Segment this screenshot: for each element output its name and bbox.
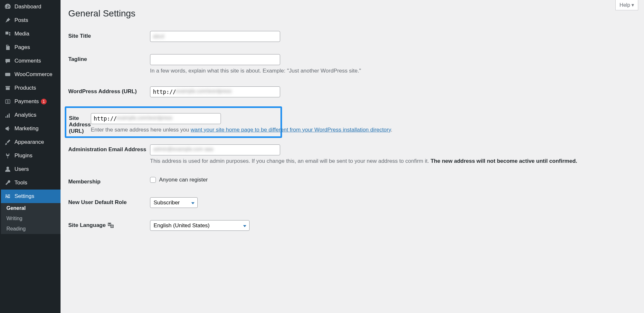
sidebar-label: Plugins xyxy=(14,152,33,159)
label-default-role: New User Default Role xyxy=(68,197,150,208)
main-content: Help General Settings Site Title abcd Ta… xyxy=(61,0,644,313)
sidebar-item-posts[interactable]: Posts xyxy=(1,14,61,27)
default-role-select[interactable]: Subscriber xyxy=(150,197,198,208)
membership-checkbox-label[interactable]: Anyone can register xyxy=(159,177,208,183)
sidebar-sub-reading[interactable]: Reading xyxy=(1,224,61,234)
row-site-title: Site Title abcd xyxy=(68,28,636,45)
pages-icon xyxy=(4,44,11,51)
label-site-title: Site Title xyxy=(68,31,150,42)
sidebar-item-pages[interactable]: Pages xyxy=(1,41,61,54)
brush-icon xyxy=(4,139,11,146)
row-membership: Membership Anyone can register xyxy=(68,173,636,188)
sidebar-label: Analytics xyxy=(14,112,36,118)
woocommerce-icon xyxy=(4,71,11,78)
sidebar-item-settings[interactable]: Settings xyxy=(1,190,61,203)
sidebar-label: WooCommerce xyxy=(14,71,52,78)
sidebar-label: Media xyxy=(14,31,29,37)
sidebar-label: Posts xyxy=(14,17,28,24)
page-title: General Settings xyxy=(68,8,636,19)
sidebar-label: Tools xyxy=(14,180,27,186)
row-tagline: Tagline In a few words, explain what thi… xyxy=(68,51,636,77)
tagline-description: In a few words, explain what this site i… xyxy=(150,68,636,74)
site-address-link[interactable]: want your site home page to be different… xyxy=(191,127,391,133)
admin-sidebar: Dashboard Posts Media Pages Comments Woo… xyxy=(0,0,61,313)
sidebar-label: Pages xyxy=(14,44,30,51)
label-tagline: Tagline xyxy=(68,54,150,74)
user-icon xyxy=(4,166,11,173)
help-label: Help xyxy=(620,2,630,8)
sidebar-item-marketing[interactable]: Marketing xyxy=(1,122,61,135)
archive-icon xyxy=(4,84,11,92)
sidebar-item-appearance[interactable]: Appearance xyxy=(1,135,61,149)
label-site-address: Site Address (URL) xyxy=(69,113,91,134)
sidebar-label: Comments xyxy=(14,58,41,64)
sidebar-label: Settings xyxy=(14,193,34,200)
comment-icon xyxy=(4,57,11,64)
label-admin-email: Administration Email Address xyxy=(68,144,150,164)
row-admin-email: Administration Email Address admin@examp… xyxy=(68,141,636,168)
label-site-language: Site Language xyxy=(68,220,150,231)
admin-email-description: This address is used for admin purposes.… xyxy=(150,158,636,164)
megaphone-icon xyxy=(4,125,11,132)
payments-badge: 1 xyxy=(41,99,47,104)
sidebar-label: Appearance xyxy=(14,139,44,145)
sidebar-label: Payments xyxy=(14,98,39,105)
sidebar-label: Products xyxy=(14,85,36,91)
pushpin-icon xyxy=(4,17,11,24)
site-address-description: Enter the same address here unless you w… xyxy=(91,127,392,133)
help-tab[interactable]: Help xyxy=(615,0,638,10)
sidebar-item-users[interactable]: Users xyxy=(1,162,61,176)
site-title-input[interactable] xyxy=(150,31,280,42)
sidebar-item-tools[interactable]: Tools xyxy=(1,176,61,190)
sidebar-item-comments[interactable]: Comments xyxy=(1,54,61,68)
sidebar-item-analytics[interactable]: Analytics xyxy=(1,108,61,122)
svg-text:$: $ xyxy=(7,100,9,103)
sidebar-sub-writing[interactable]: Writing xyxy=(1,213,61,224)
tagline-input[interactable] xyxy=(150,54,280,65)
sidebar-label: Users xyxy=(14,166,29,172)
label-membership: Membership xyxy=(68,177,150,185)
sidebar-item-media[interactable]: Media xyxy=(1,27,61,41)
svg-rect-0 xyxy=(5,73,10,76)
row-default-role: New User Default Role Subscriber xyxy=(68,194,636,211)
media-icon xyxy=(4,30,11,37)
chart-icon xyxy=(4,112,11,119)
sidebar-item-woocommerce[interactable]: WooCommerce xyxy=(1,68,61,81)
sidebar-sub-general[interactable]: General xyxy=(1,203,61,213)
wrench-icon xyxy=(4,179,11,186)
membership-checkbox[interactable] xyxy=(150,177,156,183)
sidebar-item-products[interactable]: Products xyxy=(1,81,61,95)
site-address-highlight: Site Address (URL) example.com/wordpress… xyxy=(65,106,282,138)
site-language-select[interactable]: English (United States) xyxy=(150,220,250,231)
label-wp-address: WordPress Address (URL) xyxy=(68,86,150,97)
translate-icon xyxy=(108,222,114,230)
gauge-icon xyxy=(4,3,11,10)
sliders-icon xyxy=(4,193,11,200)
sidebar-label: Marketing xyxy=(14,125,39,132)
sidebar-item-dashboard[interactable]: Dashboard xyxy=(1,0,61,14)
row-site-language: Site Language English (United States) xyxy=(68,217,636,234)
svg-point-3 xyxy=(6,167,9,169)
sidebar-item-payments[interactable]: $ Payments 1 xyxy=(1,95,61,108)
row-site-address: Site Address (URL) example.com/wordpress… xyxy=(69,110,280,134)
sidebar-label: Dashboard xyxy=(14,4,41,10)
sidebar-item-plugins[interactable]: Plugins xyxy=(1,149,61,162)
plug-icon xyxy=(4,152,11,159)
row-wp-address: WordPress Address (URL) example.com/word… xyxy=(68,83,636,101)
dollar-icon: $ xyxy=(4,98,11,105)
